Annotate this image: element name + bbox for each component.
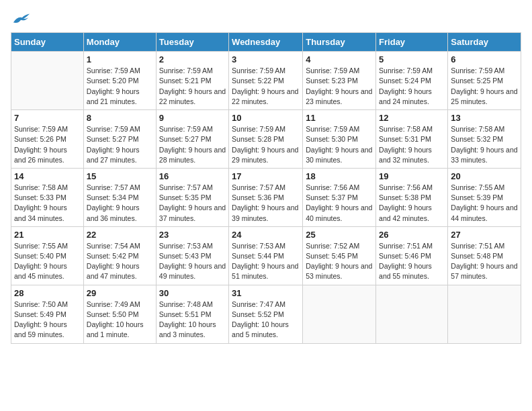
sunrise-label: Sunrise: 7:54 AM: [87, 242, 140, 250]
sunrise-label: Sunrise: 7:57 AM: [232, 183, 285, 191]
daylight-label: Daylight: 9 hours and 57 minutes.: [451, 262, 517, 280]
day-number: 16: [159, 171, 226, 181]
calendar-cell: 20Sunrise: 7:55 AMSunset: 5:39 PMDayligh…: [448, 168, 521, 226]
sunrise-label: Sunrise: 7:58 AM: [14, 183, 68, 191]
day-info: Sunrise: 7:57 AMSunset: 5:36 PMDaylight:…: [232, 183, 300, 224]
daylight-label: Daylight: 9 hours and 36 minutes.: [87, 203, 140, 222]
day-number: 26: [379, 230, 445, 240]
calendar-cell: 7Sunrise: 7:59 AMSunset: 5:26 PMDaylight…: [11, 110, 84, 169]
sunset-label: Sunset: 5:20 PM: [87, 77, 139, 85]
sunset-label: Sunset: 5:36 PM: [232, 193, 284, 201]
day-info: Sunrise: 7:58 AMSunset: 5:31 PMDaylight:…: [379, 124, 445, 165]
sunset-label: Sunset: 5:51 PM: [159, 310, 212, 318]
day-number: 31: [232, 288, 300, 298]
daylight-label: Daylight: 9 hours and 32 minutes.: [379, 146, 432, 164]
day-number: 27: [451, 230, 518, 240]
daylight-label: Daylight: 9 hours and 59 minutes.: [14, 320, 67, 338]
day-info: Sunrise: 7:53 AMSunset: 5:43 PMDaylight:…: [159, 241, 226, 282]
calendar-cell: 9Sunrise: 7:59 AMSunset: 5:27 PMDaylight…: [156, 110, 228, 169]
day-info: Sunrise: 7:47 AMSunset: 5:52 PMDaylight:…: [232, 300, 300, 340]
weekday-header-friday: Friday: [376, 33, 448, 52]
daylight-label: Daylight: 9 hours and 53 minutes.: [306, 262, 372, 280]
day-info: Sunrise: 7:48 AMSunset: 5:51 PMDaylight:…: [159, 300, 226, 340]
day-info: Sunrise: 7:56 AMSunset: 5:38 PMDaylight:…: [379, 183, 445, 224]
sunset-label: Sunset: 5:26 PM: [14, 135, 66, 143]
sunrise-label: Sunrise: 7:51 AM: [451, 242, 504, 250]
day-number: 6: [451, 54, 518, 64]
day-info: Sunrise: 7:54 AMSunset: 5:42 PMDaylight:…: [87, 241, 153, 282]
day-number: 12: [379, 113, 445, 123]
weekday-header-row: SundayMondayTuesdayWednesdayThursdayFrid…: [11, 33, 521, 52]
logo: [11, 11, 31, 27]
calendar-week-1: 1Sunrise: 7:59 AMSunset: 5:20 PMDaylight…: [11, 52, 521, 110]
weekday-header-wednesday: Wednesday: [229, 33, 303, 52]
sunset-label: Sunset: 5:35 PM: [159, 193, 212, 201]
day-number: 28: [14, 288, 81, 298]
day-number: 23: [159, 230, 226, 240]
day-info: Sunrise: 7:59 AMSunset: 5:20 PMDaylight:…: [87, 66, 153, 107]
calendar-week-4: 21Sunrise: 7:55 AMSunset: 5:40 PMDayligh…: [11, 226, 521, 285]
calendar-cell: 6Sunrise: 7:59 AMSunset: 5:25 PMDaylight…: [448, 52, 521, 110]
sunset-label: Sunset: 5:34 PM: [87, 193, 139, 201]
sunset-label: Sunset: 5:42 PM: [87, 252, 139, 260]
day-number: 15: [87, 171, 153, 181]
sunset-label: Sunset: 5:40 PM: [14, 252, 66, 260]
sunset-label: Sunset: 5:46 PM: [379, 252, 431, 260]
calendar-cell: 23Sunrise: 7:53 AMSunset: 5:43 PMDayligh…: [156, 226, 228, 285]
day-number: 29: [87, 288, 153, 298]
day-info: Sunrise: 7:50 AMSunset: 5:49 PMDaylight:…: [14, 300, 81, 340]
weekday-header-tuesday: Tuesday: [156, 33, 228, 52]
sunrise-label: Sunrise: 7:59 AM: [159, 125, 213, 133]
day-info: Sunrise: 7:59 AMSunset: 5:21 PMDaylight:…: [159, 66, 226, 107]
day-info: Sunrise: 7:49 AMSunset: 5:50 PMDaylight:…: [87, 300, 153, 340]
weekday-header-thursday: Thursday: [303, 33, 376, 52]
day-number: 30: [159, 288, 226, 298]
sunrise-label: Sunrise: 7:57 AM: [87, 183, 140, 191]
daylight-label: Daylight: 9 hours and 22 minutes.: [232, 87, 298, 105]
day-info: Sunrise: 7:59 AMSunset: 5:26 PMDaylight:…: [14, 124, 81, 165]
calendar-cell: [376, 285, 448, 343]
sunset-label: Sunset: 5:48 PM: [451, 252, 503, 260]
daylight-label: Daylight: 9 hours and 39 minutes.: [232, 203, 298, 222]
calendar-cell: 13Sunrise: 7:58 AMSunset: 5:32 PMDayligh…: [448, 110, 521, 169]
daylight-label: Daylight: 9 hours and 34 minutes.: [14, 203, 67, 222]
sunset-label: Sunset: 5:27 PM: [87, 135, 139, 143]
day-number: 18: [306, 171, 373, 181]
calendar-cell: 10Sunrise: 7:59 AMSunset: 5:28 PMDayligh…: [229, 110, 303, 169]
day-number: 20: [451, 171, 518, 181]
day-info: Sunrise: 7:59 AMSunset: 5:28 PMDaylight:…: [232, 124, 300, 165]
calendar-cell: 17Sunrise: 7:57 AMSunset: 5:36 PMDayligh…: [229, 168, 303, 226]
sunrise-label: Sunrise: 7:59 AM: [87, 66, 140, 75]
day-info: Sunrise: 7:51 AMSunset: 5:46 PMDaylight:…: [379, 241, 445, 282]
calendar-cell: 30Sunrise: 7:48 AMSunset: 5:51 PMDayligh…: [156, 285, 228, 343]
sunset-label: Sunset: 5:37 PM: [306, 193, 358, 201]
day-info: Sunrise: 7:55 AMSunset: 5:40 PMDaylight:…: [14, 241, 81, 282]
sunrise-label: Sunrise: 7:58 AM: [451, 125, 504, 133]
day-number: 11: [306, 113, 373, 123]
sunset-label: Sunset: 5:31 PM: [379, 135, 431, 143]
calendar-cell: 29Sunrise: 7:49 AMSunset: 5:50 PMDayligh…: [83, 285, 156, 343]
sunrise-label: Sunrise: 7:47 AM: [232, 300, 285, 308]
day-info: Sunrise: 7:59 AMSunset: 5:22 PMDaylight:…: [232, 66, 300, 107]
calendar-cell: 14Sunrise: 7:58 AMSunset: 5:33 PMDayligh…: [11, 168, 84, 226]
daylight-label: Daylight: 10 hours and 3 minutes.: [159, 320, 216, 338]
sunrise-label: Sunrise: 7:51 AM: [379, 242, 433, 250]
calendar-cell: 2Sunrise: 7:59 AMSunset: 5:21 PMDaylight…: [156, 52, 228, 110]
sunrise-label: Sunrise: 7:59 AM: [14, 125, 68, 133]
calendar-cell: 8Sunrise: 7:59 AMSunset: 5:27 PMDaylight…: [83, 110, 156, 169]
day-info: Sunrise: 7:59 AMSunset: 5:27 PMDaylight:…: [159, 124, 226, 165]
sunset-label: Sunset: 5:50 PM: [87, 310, 139, 318]
sunrise-label: Sunrise: 7:57 AM: [159, 183, 213, 191]
daylight-label: Daylight: 9 hours and 55 minutes.: [379, 262, 432, 280]
calendar-week-5: 28Sunrise: 7:50 AMSunset: 5:49 PMDayligh…: [11, 285, 521, 343]
day-info: Sunrise: 7:52 AMSunset: 5:45 PMDaylight:…: [306, 241, 373, 282]
day-number: 17: [232, 171, 300, 181]
day-info: Sunrise: 7:59 AMSunset: 5:27 PMDaylight:…: [87, 124, 153, 165]
calendar-cell: 16Sunrise: 7:57 AMSunset: 5:35 PMDayligh…: [156, 168, 228, 226]
sunrise-label: Sunrise: 7:53 AM: [159, 242, 213, 250]
day-number: 5: [379, 54, 445, 64]
calendar-cell: 4Sunrise: 7:59 AMSunset: 5:23 PMDaylight…: [303, 52, 376, 110]
day-number: 7: [14, 113, 81, 123]
daylight-label: Daylight: 9 hours and 30 minutes.: [306, 146, 372, 164]
day-number: 21: [14, 230, 81, 240]
